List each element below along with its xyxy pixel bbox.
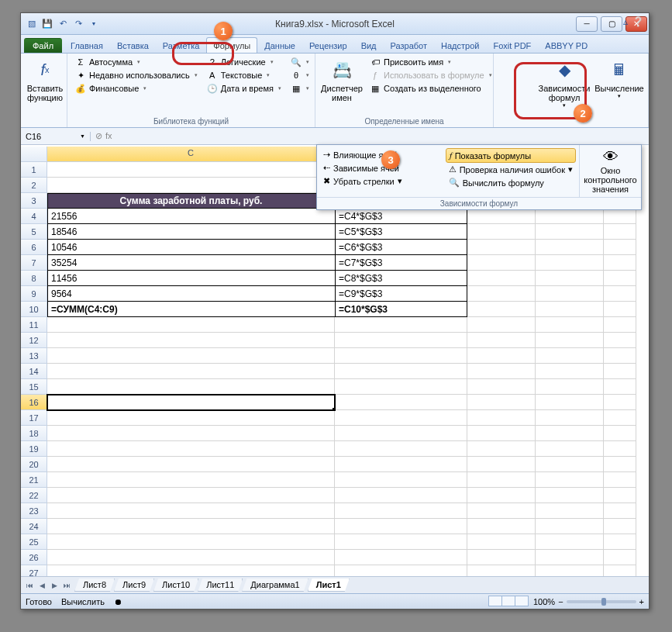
- cell[interactable]: =C6*$G$3: [335, 240, 467, 255]
- row-header[interactable]: 9: [21, 286, 47, 302]
- text-button[interactable]: AТекстовые▾: [204, 69, 284, 81]
- cell[interactable]: [335, 317, 467, 333]
- cell[interactable]: [536, 426, 604, 441]
- cell[interactable]: [536, 333, 604, 348]
- tab-insert[interactable]: Вставка: [110, 37, 156, 53]
- tab-addins[interactable]: Надстрой: [434, 37, 486, 53]
- row-header[interactable]: 24: [21, 519, 47, 534]
- cell[interactable]: [536, 224, 604, 240]
- tab-layout[interactable]: Разметка: [156, 37, 207, 53]
- cell[interactable]: =C4*$G$3: [335, 209, 467, 224]
- cell[interactable]: [335, 348, 467, 364]
- cell[interactable]: [335, 457, 467, 472]
- cell[interactable]: [335, 503, 467, 519]
- cell[interactable]: [536, 503, 604, 519]
- row-header[interactable]: 2: [21, 178, 47, 193]
- row-header[interactable]: 3: [21, 193, 47, 209]
- macro-record-icon[interactable]: ⏺: [114, 597, 122, 606]
- cell[interactable]: [604, 348, 636, 364]
- zoom-out-icon[interactable]: −: [558, 597, 563, 606]
- cell[interactable]: [604, 364, 636, 379]
- cell[interactable]: [335, 364, 467, 379]
- row-header[interactable]: 25: [21, 534, 47, 550]
- row-header[interactable]: 17: [21, 410, 47, 426]
- help-icon[interactable]: ❔: [632, 16, 644, 27]
- cell[interactable]: [47, 472, 335, 488]
- row-header[interactable]: 15: [21, 379, 47, 395]
- cell[interactable]: [47, 534, 335, 550]
- cell[interactable]: [604, 240, 636, 255]
- row-header[interactable]: 7: [21, 255, 47, 271]
- cell[interactable]: [604, 271, 636, 286]
- cell[interactable]: [467, 488, 536, 503]
- cell[interactable]: [467, 565, 536, 576]
- row-header[interactable]: 26: [21, 550, 47, 565]
- cell[interactable]: [467, 410, 536, 426]
- maximize-button[interactable]: ▢: [601, 16, 622, 32]
- cell[interactable]: [536, 395, 604, 410]
- cell[interactable]: [335, 395, 467, 410]
- cell[interactable]: [604, 302, 636, 317]
- cell[interactable]: [604, 550, 636, 565]
- cell[interactable]: [536, 410, 604, 426]
- cell[interactable]: =C7*$G$3: [335, 255, 467, 271]
- cell[interactable]: [604, 317, 636, 333]
- cell[interactable]: [536, 271, 604, 286]
- cell[interactable]: [47, 333, 335, 348]
- cell[interactable]: [47, 426, 335, 441]
- row-header[interactable]: 6: [21, 240, 47, 255]
- row-header[interactable]: 16: [21, 395, 47, 410]
- cell[interactable]: [467, 333, 536, 348]
- cell[interactable]: [536, 519, 604, 534]
- cell[interactable]: [47, 410, 335, 426]
- row-header[interactable]: 10: [21, 302, 47, 317]
- cell[interactable]: [335, 519, 467, 534]
- save-icon[interactable]: 💾: [41, 18, 53, 30]
- cell[interactable]: =СУММ(C4:C9): [47, 302, 335, 317]
- cell[interactable]: [536, 348, 604, 364]
- cell[interactable]: [47, 317, 335, 333]
- cell[interactable]: [604, 224, 636, 240]
- cell[interactable]: [536, 317, 604, 333]
- cell[interactable]: [604, 286, 636, 302]
- autosum-button[interactable]: ΣАвтосумма▾: [72, 56, 201, 68]
- cell[interactable]: [47, 162, 335, 178]
- cell[interactable]: [467, 534, 536, 550]
- define-name-button[interactable]: 🏷Присвоить имя▾: [367, 56, 495, 68]
- cell[interactable]: [467, 240, 536, 255]
- trace-dependents-item[interactable]: ⇠Зависимые ячей: [320, 161, 439, 174]
- cell[interactable]: [467, 379, 536, 395]
- cell[interactable]: [536, 286, 604, 302]
- row-header[interactable]: 5: [21, 224, 47, 240]
- cell[interactable]: [604, 519, 636, 534]
- cell[interactable]: [604, 503, 636, 519]
- chevron-down-icon[interactable]: ▼: [80, 133, 85, 139]
- cell[interactable]: [467, 286, 536, 302]
- cell[interactable]: [335, 379, 467, 395]
- lookup-button[interactable]: 🔍▾: [288, 56, 312, 68]
- zoom-slider[interactable]: [567, 600, 636, 603]
- prev-sheet-icon[interactable]: ◀: [36, 582, 47, 589]
- view-buttons[interactable]: [489, 596, 529, 608]
- cell[interactable]: [47, 488, 335, 503]
- tab-developer[interactable]: Разработ: [384, 37, 434, 53]
- use-in-formula-button[interactable]: ƒИспользовать в формуле▾: [367, 69, 495, 81]
- cell[interactable]: =C10*$G$3: [335, 302, 467, 317]
- fx-bar-icon[interactable]: fx: [105, 131, 112, 141]
- cell[interactable]: [467, 457, 536, 472]
- row-header[interactable]: 20: [21, 457, 47, 472]
- cell[interactable]: [604, 379, 636, 395]
- cell[interactable]: [536, 441, 604, 457]
- datetime-button[interactable]: 🕒Дата и время▾: [204, 82, 284, 95]
- cell[interactable]: [467, 472, 536, 488]
- redo-icon[interactable]: ↷: [72, 18, 84, 30]
- cell[interactable]: [47, 178, 335, 193]
- cell[interactable]: [467, 302, 536, 317]
- tab-home[interactable]: Главная: [64, 37, 110, 53]
- first-sheet-icon[interactable]: ⏮: [24, 582, 35, 589]
- evaluate-formula-item[interactable]: 🔍Вычислить формулу: [446, 176, 576, 189]
- watch-window-button[interactable]: 👁 Окно контрольного значения: [579, 145, 641, 197]
- cell[interactable]: [47, 457, 335, 472]
- cell[interactable]: [536, 457, 604, 472]
- cell[interactable]: [335, 565, 467, 576]
